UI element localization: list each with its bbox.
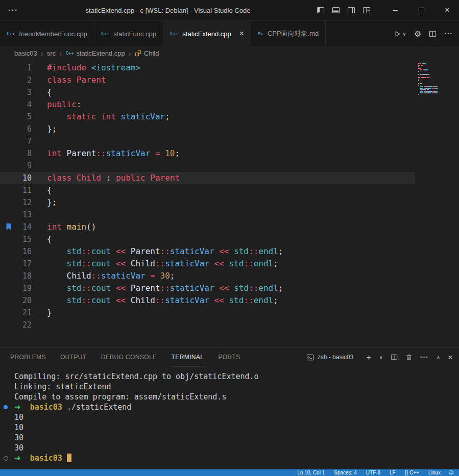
more-actions-icon[interactable]: ··· bbox=[444, 30, 453, 38]
close-panel-icon[interactable]: × bbox=[448, 353, 453, 362]
gutter-glyph[interactable] bbox=[0, 147, 17, 160]
terminal-instance-label: zsh - basic03 bbox=[318, 354, 354, 361]
gutter-glyph[interactable] bbox=[0, 184, 17, 196]
customize-layout-icon[interactable] bbox=[363, 6, 371, 14]
code-line-4[interactable]: 4public: bbox=[0, 98, 415, 111]
code-text: std::cout << Parent::staticVar << std::e… bbox=[32, 245, 283, 258]
gutter-glyph[interactable] bbox=[0, 270, 17, 282]
editor-tab-friendmemberfunc-cpp[interactable]: C++friendMemberFunc.cpp bbox=[0, 21, 94, 46]
bottom-panel: PROBLEMSOUTPUTDEBUG CONSOLETERMINALPORTS… bbox=[0, 347, 459, 469]
code-line-1[interactable]: 1#include <iostream> bbox=[0, 62, 415, 74]
terminal-line: 30 bbox=[0, 433, 459, 443]
editor-tab-staticextend-cpp[interactable]: C++staticExtend.cpp× bbox=[163, 21, 251, 46]
status-utf-8[interactable]: UTF-8 bbox=[366, 470, 380, 475]
code-line-20[interactable]: 20 std::cout << Child::staticVar << std:… bbox=[0, 294, 415, 307]
toggle-sidebar-left-icon[interactable] bbox=[317, 6, 325, 14]
gutter-glyph[interactable] bbox=[0, 319, 17, 331]
breadcrumb-item-basic03[interactable]: basic03 bbox=[14, 49, 37, 57]
panel-tab-terminal[interactable]: TERMINAL bbox=[172, 348, 204, 366]
code-editor[interactable]: 1#include <iostream>2class Parent3{4publ… bbox=[0, 60, 459, 347]
run-dropdown-chevron-icon[interactable]: ∨ bbox=[402, 31, 406, 37]
kill-terminal-icon[interactable] bbox=[405, 354, 413, 361]
panel-tab-problems[interactable]: PROBLEMS bbox=[10, 348, 46, 366]
code-line-17[interactable]: 17 std::cout << Child::staticVar << std:… bbox=[0, 258, 415, 270]
terminal-instance-chip[interactable]: zsh - basic03 bbox=[306, 354, 354, 361]
code-line-15[interactable]: 15{ bbox=[0, 233, 415, 245]
status-ln-10-col-1[interactable]: Ln 10, Col 1 bbox=[297, 470, 325, 475]
status-c[interactable]: {} C++ bbox=[405, 470, 419, 475]
menu-overflow-icon[interactable]: ··· bbox=[0, 6, 27, 14]
code-line-16[interactable]: 16 std::cout << Parent::staticVar << std… bbox=[0, 245, 415, 258]
panel-more-actions-icon[interactable]: ··· bbox=[420, 353, 429, 361]
gutter-glyph[interactable] bbox=[0, 160, 17, 172]
panel-tab-output[interactable]: OUTPUT bbox=[60, 348, 87, 366]
minimap[interactable] bbox=[418, 63, 438, 97]
code-line-13[interactable]: 13 bbox=[0, 209, 415, 221]
command-decoration-filled[interactable] bbox=[4, 405, 8, 409]
notifications-bell-icon[interactable] bbox=[449, 470, 454, 475]
code-line-19[interactable]: 19 std::cout << Parent::staticVar << std… bbox=[0, 282, 415, 294]
gutter-glyph[interactable] bbox=[0, 86, 17, 98]
gutter-glyph[interactable] bbox=[0, 135, 17, 147]
panel-tab-ports[interactable]: PORTS bbox=[218, 348, 240, 366]
code-line-18[interactable]: 18 Child::staticVar = 30; bbox=[0, 270, 415, 282]
gutter-glyph[interactable] bbox=[0, 258, 17, 270]
code-line-14[interactable]: 14int main() bbox=[0, 221, 415, 233]
gutter-glyph[interactable] bbox=[0, 62, 17, 74]
code-line-2[interactable]: 2class Parent bbox=[0, 74, 415, 86]
gutter-glyph[interactable] bbox=[0, 98, 17, 111]
code-line-21[interactable]: 21} bbox=[0, 307, 415, 319]
maximize-panel-icon[interactable]: ∧ bbox=[437, 355, 440, 360]
line-number: 5 bbox=[17, 111, 32, 123]
gutter-glyph[interactable] bbox=[0, 282, 17, 294]
gutter-glyph[interactable] bbox=[0, 221, 17, 233]
tab-close-icon[interactable]: × bbox=[239, 30, 244, 38]
split-editor-icon[interactable] bbox=[429, 30, 437, 38]
breadcrumb-item-src[interactable]: src bbox=[47, 49, 56, 57]
editor-tab-staticfunc-cpp[interactable]: C++staticFunc.cpp bbox=[94, 21, 163, 46]
code-line-6[interactable]: 6}; bbox=[0, 123, 415, 135]
line-number: 16 bbox=[17, 245, 32, 258]
status-items: Ln 10, Col 1Spaces: 4UTF-8LF{} C++Linux bbox=[297, 470, 441, 475]
code-line-22[interactable]: 22 bbox=[0, 319, 415, 331]
gutter-glyph[interactable] bbox=[0, 111, 17, 123]
close-window-button[interactable]: × bbox=[439, 0, 456, 20]
gutter-glyph[interactable] bbox=[0, 233, 17, 245]
minimize-button[interactable] bbox=[386, 0, 404, 20]
code-line-8[interactable]: 8int Parent::staticVar = 10; bbox=[0, 147, 415, 160]
maximize-button[interactable] bbox=[413, 0, 430, 20]
gutter-glyph[interactable] bbox=[0, 294, 17, 307]
panel-tab-debug-console[interactable]: DEBUG CONSOLE bbox=[101, 348, 157, 366]
status-linux[interactable]: Linux bbox=[428, 470, 441, 475]
code-line-10[interactable]: 10class Child : public Parent bbox=[0, 172, 415, 184]
gutter-glyph[interactable] bbox=[0, 172, 17, 184]
code-line-11[interactable]: 11{ bbox=[0, 184, 415, 196]
gear-icon[interactable]: ⚙ bbox=[414, 29, 421, 39]
new-terminal-icon[interactable]: + bbox=[366, 353, 371, 362]
code-line-12[interactable]: 12}; bbox=[0, 196, 415, 209]
breadcrumb-item-staticextend-cpp[interactable]: C++staticExtend.cpp bbox=[65, 49, 125, 57]
terminal-content[interactable]: Compiling: src/staticExtend.cpp to obj/s… bbox=[0, 366, 459, 469]
toggle-sidebar-right-icon[interactable] bbox=[347, 6, 355, 14]
code-line-5[interactable]: 5 static int staticVar; bbox=[0, 111, 415, 123]
toggle-panel-icon[interactable] bbox=[332, 6, 340, 14]
gutter-glyph[interactable] bbox=[0, 245, 17, 258]
command-decoration-open[interactable] bbox=[4, 456, 8, 461]
gutter-glyph[interactable] bbox=[0, 209, 17, 221]
gutter-glyph[interactable] bbox=[0, 196, 17, 209]
terminal-dropdown-chevron-icon[interactable]: ∨ bbox=[379, 355, 382, 360]
code-line-7[interactable]: 7 bbox=[0, 135, 415, 147]
status-lf[interactable]: LF bbox=[390, 470, 396, 475]
terminal-cursor bbox=[67, 454, 71, 462]
gutter-glyph[interactable] bbox=[0, 307, 17, 319]
gutter-glyph[interactable] bbox=[0, 123, 17, 135]
split-terminal-icon[interactable] bbox=[391, 354, 398, 361]
status-spaces-4[interactable]: Spaces: 4 bbox=[334, 470, 356, 475]
code-text bbox=[32, 135, 47, 147]
gutter-glyph[interactable] bbox=[0, 74, 17, 86]
breadcrumb-item-child[interactable]: Child bbox=[135, 49, 159, 57]
code-line-9[interactable]: 9 bbox=[0, 160, 415, 172]
editor-tab-cpp-md[interactable]: M↓CPP面向对象.md bbox=[251, 21, 326, 46]
code-line-3[interactable]: 3{ bbox=[0, 86, 415, 98]
run-cpp-file-icon[interactable]: ∨ bbox=[394, 30, 406, 38]
